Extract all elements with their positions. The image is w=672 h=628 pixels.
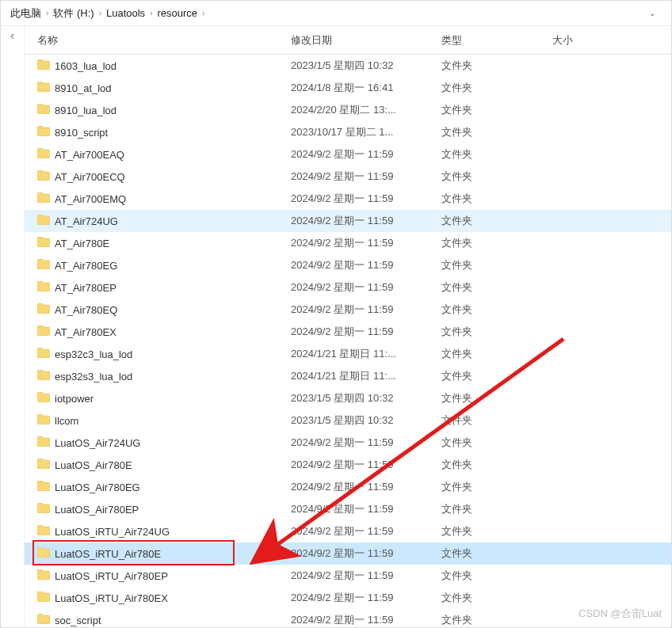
- cell-name: LuatOS_iRTU_Air724UG: [37, 525, 291, 538]
- table-row[interactable]: AT_Air780EQ2024/9/2 星期一 11:59文件夹: [25, 299, 671, 321]
- cell-date: 2024/9/2 星期一 11:59: [291, 436, 441, 450]
- cell-date: 2024/9/2 星期一 11:59: [291, 303, 441, 317]
- table-row[interactable]: AT_Air780EP2024/9/2 星期一 11:59文件夹: [25, 276, 671, 299]
- cell-date: 2023/10/17 星期二 1...: [291, 125, 441, 139]
- table-row[interactable]: AT_Air700EAQ2024/9/2 星期一 11:59文件夹: [25, 143, 671, 166]
- breadcrumb-item[interactable]: resource: [157, 7, 197, 19]
- breadcrumb-dropdown[interactable]: ⌄: [643, 6, 662, 21]
- breadcrumb-item[interactable]: Luatools: [106, 7, 145, 19]
- cell-date: 2024/1/21 星期日 11:...: [291, 347, 441, 361]
- cell-date: 2024/9/2 星期一 11:59: [291, 480, 441, 494]
- cell-type: 文件夹: [441, 369, 552, 383]
- cell-date: 2023/1/5 星期四 10:32: [291, 413, 441, 428]
- table-row[interactable]: 8910_script2023/10/17 星期二 1...文件夹: [25, 121, 671, 143]
- table-row[interactable]: LuatOS_iRTU_Air780EX2024/9/2 星期一 11:59文件…: [25, 587, 671, 609]
- table-row[interactable]: 8910_lua_lod2024/2/20 星期二 13:...文件夹: [25, 99, 671, 121]
- breadcrumb-item[interactable]: 软件 (H:): [53, 6, 94, 21]
- cell-name: esp32s3_lua_lod: [37, 370, 291, 383]
- table-row[interactable]: llcom2023/1/5 星期四 10:32文件夹: [25, 409, 671, 432]
- column-headers: 名称 修改日期 类型 大小: [25, 26, 671, 55]
- cell-type: 文件夹: [441, 236, 552, 250]
- chevron-right-icon[interactable]: ›: [10, 31, 14, 44]
- column-date-label: 修改日期: [291, 33, 332, 48]
- cell-date: 2024/9/2 星期一 11:59: [291, 569, 441, 583]
- table-row[interactable]: AT_Air780E2024/9/2 星期一 11:59文件夹: [25, 232, 671, 254]
- folder-icon: [37, 325, 50, 338]
- file-name: iotpower: [55, 393, 94, 405]
- cell-type: 文件夹: [441, 524, 552, 539]
- cell-name: AT_Air780E: [37, 237, 291, 249]
- folder-icon: [37, 481, 50, 493]
- cell-date: 2024/9/2 星期一 11:59: [291, 458, 441, 472]
- column-type-label: 类型: [441, 33, 462, 48]
- cell-date: 2024/9/2 星期一 11:59: [291, 524, 441, 539]
- cell-name: AT_Air700ECQ: [37, 170, 291, 183]
- cell-name: AT_Air724UG: [37, 215, 291, 227]
- file-name: AT_Air724UG: [55, 215, 118, 227]
- cell-type: 文件夹: [441, 546, 552, 561]
- column-type[interactable]: 类型: [441, 33, 552, 48]
- file-name: esp32s3_lua_lod: [55, 371, 132, 383]
- file-name: 8910_lua_lod: [55, 105, 116, 116]
- file-name: AT_Air780EP: [55, 282, 116, 294]
- chevron-right-icon: ›: [99, 9, 101, 17]
- table-row[interactable]: LuatOS_iRTU_Air780EP2024/9/2 星期一 11:59文件…: [25, 565, 671, 587]
- column-size[interactable]: 大小: [552, 33, 671, 48]
- file-name: AT_Air780EG: [55, 260, 117, 272]
- table-row[interactable]: LuatOS_Air780E2024/9/2 星期一 11:59文件夹: [25, 454, 671, 476]
- cell-name: AT_Air780EP: [37, 281, 291, 294]
- table-row[interactable]: AT_Air780EG2024/9/2 星期一 11:59文件夹: [25, 254, 671, 276]
- cell-type: 文件夹: [441, 613, 552, 627]
- cell-date: 2023/1/5 星期四 10:32: [291, 391, 441, 405]
- folder-icon: [37, 281, 50, 294]
- file-name: AT_Air780E: [55, 238, 109, 249]
- table-row[interactable]: AT_Air700ECQ2024/9/2 星期一 11:59文件夹: [25, 166, 671, 188]
- table-row[interactable]: AT_Air700EMQ2024/9/2 星期一 11:59文件夹: [25, 188, 671, 210]
- file-name: esp32c3_lua_lod: [55, 348, 132, 360]
- folder-icon: [37, 104, 50, 116]
- table-row[interactable]: soc_script2024/9/2 星期一 11:59文件夹: [25, 609, 671, 627]
- folder-icon: [37, 170, 50, 183]
- cell-name: iotpower: [37, 392, 291, 405]
- table-row[interactable]: esp32c3_lua_lod2024/1/21 星期日 11:...文件夹: [25, 343, 671, 365]
- cell-date: 2024/9/2 星期一 11:59: [291, 258, 441, 272]
- chevron-right-icon: ›: [150, 9, 152, 17]
- cell-name: 1603_lua_lod: [37, 59, 291, 72]
- table-row[interactable]: LuatOS_iRTU_Air724UG2024/9/2 星期一 11:59文件…: [25, 520, 671, 542]
- cell-type: 文件夹: [441, 303, 552, 317]
- cell-type: 文件夹: [441, 169, 552, 184]
- cell-name: LuatOS_iRTU_Air780E: [37, 547, 291, 560]
- table-row[interactable]: LuatOS_Air780EP2024/9/2 星期一 11:59文件夹: [25, 498, 671, 520]
- column-date[interactable]: 修改日期: [291, 33, 441, 48]
- table-row[interactable]: LuatOS_Air780EG2024/9/2 星期一 11:59文件夹: [25, 476, 671, 498]
- file-name: AT_Air780EQ: [55, 304, 117, 316]
- table-row[interactable]: AT_Air724UG2024/9/2 星期一 11:59文件夹: [25, 210, 671, 232]
- folder-icon: [37, 348, 50, 360]
- cell-name: AT_Air700EAQ: [37, 148, 291, 161]
- folder-icon: [37, 370, 50, 383]
- folder-icon: [37, 525, 50, 538]
- table-row[interactable]: LuatOS_iRTU_Air780E2024/9/2 星期一 11:59文件夹: [25, 542, 671, 565]
- table-row[interactable]: AT_Air780EX2024/9/2 星期一 11:59文件夹: [25, 321, 671, 343]
- cell-type: 文件夹: [441, 280, 552, 295]
- file-name: 1603_lua_lod: [55, 60, 116, 72]
- cell-type: 文件夹: [441, 480, 552, 494]
- cell-name: LuatOS_Air780EP: [37, 503, 291, 516]
- cell-date: 2024/9/2 星期一 11:59: [291, 214, 441, 228]
- cell-type: 文件夹: [441, 436, 552, 450]
- cell-name: AT_Air700EMQ: [37, 192, 291, 205]
- column-name[interactable]: 名称: [37, 33, 291, 48]
- cell-name: LuatOS_Air780EG: [37, 481, 291, 493]
- cell-type: 文件夹: [441, 192, 552, 206]
- table-row[interactable]: 8910_at_lod2024/1/8 星期一 16:41文件夹: [25, 77, 671, 99]
- table-row[interactable]: esp32s3_lua_lod2024/1/21 星期日 11:...文件夹: [25, 365, 671, 387]
- table-row[interactable]: iotpower2023/1/5 星期四 10:32文件夹: [25, 387, 671, 409]
- cell-type: 文件夹: [441, 125, 552, 139]
- folder-icon: [37, 237, 50, 249]
- file-name: AT_Air700EAQ: [55, 149, 124, 161]
- table-row[interactable]: 1603_lua_lod2023/1/5 星期四 10:32文件夹: [25, 55, 671, 77]
- cell-name: 8910_lua_lod: [37, 104, 291, 116]
- breadcrumb-item[interactable]: 此电脑: [10, 6, 41, 21]
- cell-date: 2024/9/2 星期一 11:59: [291, 147, 441, 162]
- table-row[interactable]: LuatOS_Air724UG2024/9/2 星期一 11:59文件夹: [25, 432, 671, 454]
